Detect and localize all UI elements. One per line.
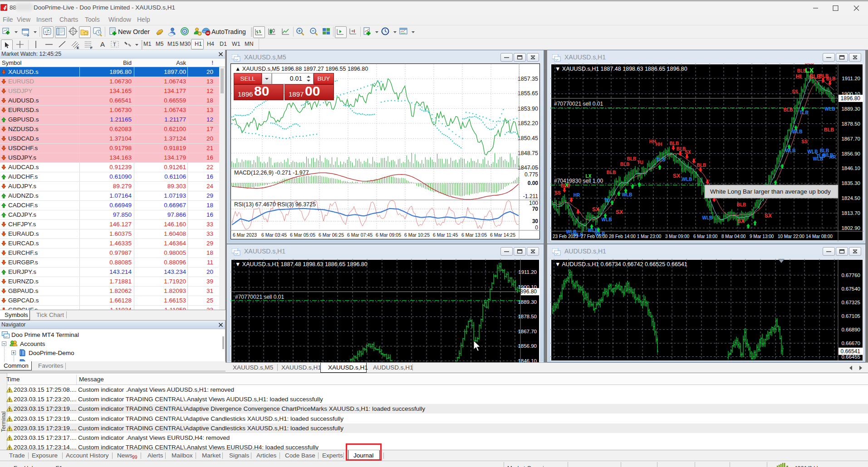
- svg-text:30: 30: [532, 218, 539, 224]
- svg-text:SS: SS: [792, 89, 798, 94]
- svg-text:WLB: WLB: [792, 129, 803, 134]
- svg-text:#70770021 sell 0.01: #70770021 sell 0.01: [554, 101, 603, 107]
- svg-text:TLB: TLB: [799, 110, 808, 115]
- svg-text:1802.90: 1802.90: [841, 225, 860, 231]
- svg-text:6 Mar 07:45: 6 Mar 07:45: [347, 232, 373, 238]
- svg-text:0.67760: 0.67760: [841, 272, 860, 278]
- svg-text:1848.75: 1848.75: [518, 150, 538, 156]
- svg-text:1850.45: 1850.45: [518, 135, 538, 141]
- svg-text:1855.65: 1855.65: [518, 90, 538, 97]
- svg-text:0.67105: 0.67105: [841, 313, 860, 319]
- svg-text:▼ XAUUSD.s,H1 1887.48 1898.63: ▼ XAUUSD.s,H1 1887.48 1898.63 1886.65 18…: [555, 66, 687, 72]
- svg-text:LX: LX: [805, 66, 814, 74]
- svg-text:6 Mar 03:45: 6 Mar 03:45: [261, 232, 287, 238]
- svg-text:BLB: BLB: [784, 107, 793, 112]
- svg-text:6 Mar 14:25: 6 Mar 14:25: [490, 232, 515, 238]
- svg-text:TD: TD: [604, 198, 610, 203]
- svg-text:0.00: 0.00: [528, 180, 539, 186]
- svg-text:27 Feb 05:00: 27 Feb 05:00: [581, 234, 608, 239]
- svg-text:SX: SX: [673, 173, 680, 179]
- svg-text:HR: HR: [574, 193, 580, 198]
- svg-text:1911.20: 1911.20: [518, 269, 537, 275]
- svg-text:BLB: BLB: [697, 163, 706, 168]
- svg-text:0.66541: 0.66541: [841, 348, 861, 355]
- svg-text:6 Mar 06:25: 6 Mar 06:25: [319, 232, 344, 238]
- svg-text:BLB: BLB: [826, 76, 836, 81]
- svg-text:WLB: WLB: [622, 192, 633, 197]
- svg-text:SX: SX: [616, 209, 623, 215]
- svg-text:WLB: WLB: [813, 156, 824, 161]
- svg-text:1856.90: 1856.90: [841, 151, 860, 156]
- svg-text:#70770021 sell 0.01: #70770021 sell 0.01: [235, 294, 284, 300]
- svg-text:6 Mar 05:05: 6 Mar 05:05: [290, 232, 315, 238]
- svg-text:1824.50: 1824.50: [841, 195, 860, 201]
- svg-text:0.67325: 0.67325: [841, 300, 860, 305]
- svg-text:1889.30: 1889.30: [841, 106, 860, 112]
- svg-text:▲ XAUUSD.s,M5 1896.88 1897.27: ▲ XAUUSD.s,M5 1896.88 1897.27 1896.55 18…: [235, 66, 368, 72]
- svg-text:9 Mar 13:00: 9 Mar 13:00: [750, 234, 774, 239]
- svg-text:1878.50: 1878.50: [518, 314, 537, 319]
- svg-text:SS: SS: [554, 190, 561, 195]
- svg-text:23 Feb 2023: 23 Feb 2023: [553, 234, 579, 239]
- svg-text:RSI(13) 67.4670 RSI(3) 96.372: RSI(13) 67.4670 RSI(3) 96.3725: [234, 201, 316, 208]
- svg-text:BLB: BLB: [677, 146, 686, 151]
- svg-text:-1.211: -1.211: [523, 193, 538, 199]
- svg-text:BLB: BLB: [805, 63, 814, 65]
- svg-text:0.67540: 0.67540: [841, 286, 860, 292]
- svg-text:10 Mar 22:00: 10 Mar 22:00: [778, 234, 804, 239]
- svg-text:28 Feb 14:00: 28 Feb 14:00: [609, 234, 636, 239]
- svg-text:HH: HH: [649, 139, 656, 144]
- svg-text:HH: HH: [656, 142, 662, 147]
- svg-text:▼ AUDUSD.s,H1 0.66734 0.66742: ▼ AUDUSD.s,H1 0.66734 0.66742 0.66525 0.…: [555, 261, 687, 268]
- svg-text:BLB: BLB: [670, 141, 679, 146]
- svg-text:LX: LX: [586, 174, 592, 179]
- svg-text:WLB: WLB: [682, 177, 692, 182]
- svg-text:SX: SX: [765, 213, 772, 219]
- svg-text:BLB: BLB: [809, 73, 821, 80]
- svg-text:WLB: WLB: [825, 107, 835, 112]
- svg-text:WLB: WLB: [785, 148, 796, 153]
- svg-text:1889.30: 1889.30: [518, 299, 537, 305]
- svg-text:1835.30: 1835.30: [841, 180, 860, 186]
- svg-text:6 Mar 18:00: 6 Mar 18:00: [693, 234, 718, 239]
- svg-text:1896.80: 1896.80: [841, 95, 861, 102]
- svg-text:0: 0: [535, 224, 538, 231]
- svg-text:3 Mar 09:00: 3 Mar 09:00: [665, 234, 690, 239]
- svg-text:1 Mar 23:00: 1 Mar 23:00: [637, 234, 662, 239]
- svg-text:MACD(12,26,9) -0.271 -1.977: MACD(12,26,9) -0.271 -1.977: [234, 170, 309, 176]
- svg-text:1813.70: 1813.70: [841, 210, 860, 216]
- svg-text:White Long Bar larger than ave: White Long Bar larger than average up bo…: [710, 188, 831, 195]
- svg-text:14 Mar 08:00: 14 Mar 08:00: [806, 234, 833, 239]
- svg-text:▼ XAUUSD.s,H1 1887.48 1898.63: ▼ XAUUSD.s,H1 1887.48 1898.63 1886.65 18…: [235, 261, 368, 268]
- svg-text:1846.10: 1846.10: [841, 165, 860, 171]
- svg-text:6 Mar 13:05: 6 Mar 13:05: [461, 232, 487, 238]
- svg-text:BLB: BLB: [820, 148, 829, 153]
- svg-text:HI: HI: [796, 73, 802, 80]
- svg-text:1847.05: 1847.05: [518, 165, 538, 171]
- svg-text:1857.35: 1857.35: [518, 76, 538, 82]
- svg-text:1867.70: 1867.70: [841, 136, 860, 141]
- svg-text:BLB: BLB: [737, 202, 746, 207]
- svg-text:BLB: BLB: [620, 162, 630, 167]
- svg-text:100: 100: [529, 200, 538, 206]
- svg-text:SX: SX: [737, 218, 745, 224]
- svg-text:0.66890: 0.66890: [841, 327, 860, 332]
- svg-text:6 Mar 10:25: 6 Mar 10:25: [404, 232, 430, 238]
- svg-text:1846.10: 1846.10: [518, 358, 537, 362]
- svg-text:T: T: [113, 42, 116, 47]
- svg-text:AR: AR: [829, 155, 836, 160]
- svg-text:E: E: [77, 46, 79, 50]
- svg-text:TLS: TLS: [656, 157, 666, 162]
- svg-text:X: X: [565, 182, 569, 188]
- svg-text:TU: TU: [637, 160, 643, 165]
- svg-text:6 Mar 2023: 6 Mar 2023: [233, 232, 257, 238]
- svg-text:WLB: WLB: [602, 217, 612, 222]
- svg-text:BLB: BLB: [607, 170, 616, 175]
- svg-text:BLB: BLB: [627, 156, 637, 161]
- svg-text:WLB: WLB: [702, 215, 713, 220]
- svg-text:1911.20: 1911.20: [842, 76, 860, 81]
- svg-text:SS: SS: [801, 139, 808, 144]
- svg-text:1896.80: 1896.80: [517, 288, 537, 295]
- svg-text:6 Mar 11:45: 6 Mar 11:45: [433, 232, 458, 238]
- svg-text:SX: SX: [592, 206, 599, 213]
